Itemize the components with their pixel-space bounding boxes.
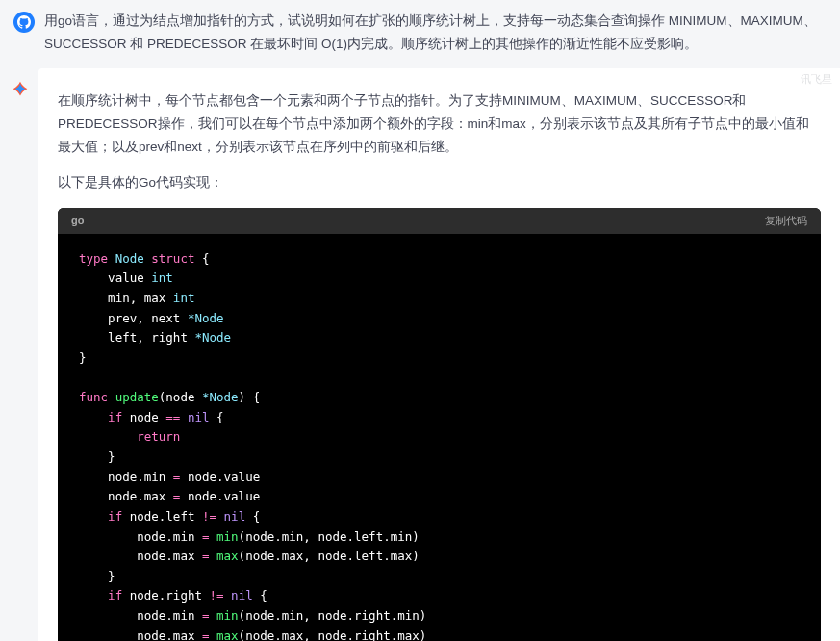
- assistant-paragraph-2: 以下是具体的Go代码实现：: [58, 171, 821, 194]
- copy-code-button[interactable]: 复制代码: [765, 214, 807, 228]
- code-block: go 复制代码 type Node struct { value int min…: [58, 208, 821, 641]
- code-language-label: go: [71, 215, 84, 226]
- user-message: 用go语言，通过为结点增加指针的方式，试说明如何在扩张的顺序统计树上，支持每一动…: [0, 0, 840, 68]
- user-prompt-text: 用go语言，通过为结点增加指针的方式，试说明如何在扩张的顺序统计树上，支持每一动…: [44, 10, 827, 55]
- github-icon: [17, 15, 31, 29]
- assistant-content: 在顺序统计树中，每个节点都包含一个元素和两个子节点的指针。为了支持MINIMUM…: [38, 68, 840, 641]
- code-body: type Node struct { value int min, max in…: [58, 234, 821, 641]
- code-header: go 复制代码: [58, 208, 821, 234]
- assistant-avatar: [10, 80, 31, 101]
- user-avatar: [13, 12, 35, 33]
- watermark: 讯飞星: [801, 72, 832, 87]
- assistant-message: 讯飞星 在顺序统计树中，每个节点都包含一个元素和两个子节点的指针。为了支持MIN…: [38, 68, 840, 641]
- assistant-paragraph-1: 在顺序统计树中，每个节点都包含一个元素和两个子节点的指针。为了支持MINIMUM…: [58, 90, 821, 158]
- spark-icon: [10, 80, 31, 101]
